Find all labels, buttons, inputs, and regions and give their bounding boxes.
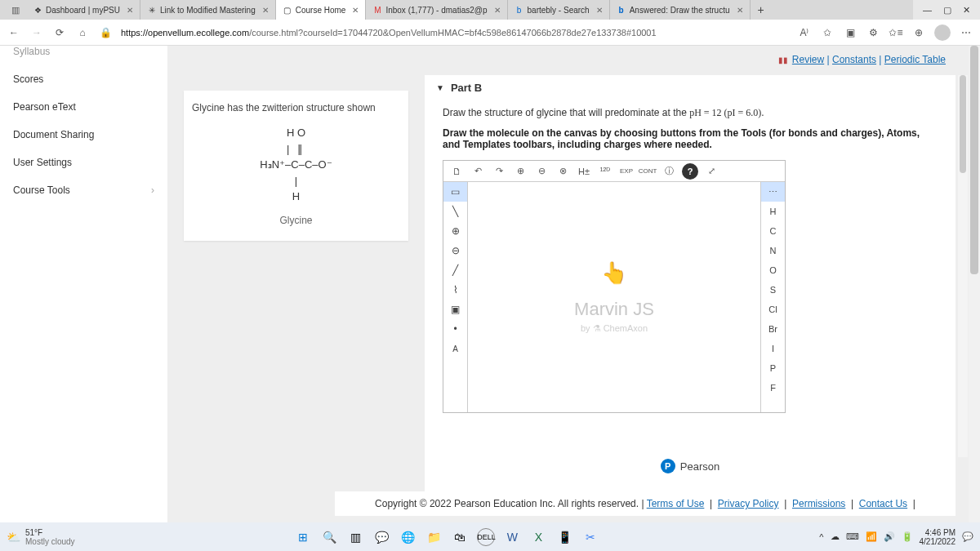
sidebar-item-coursetools[interactable]: Course Tools›	[0, 176, 167, 204]
lock-icon[interactable]: 🔒	[98, 27, 113, 38]
zoom-fit-icon[interactable]: ⊗	[555, 163, 571, 180]
tab-1[interactable]: ✳Link to Modified Mastering✕	[140, 0, 276, 20]
charge-minus-tool[interactable]: ⊖	[443, 241, 467, 260]
excel-icon[interactable]: X	[529, 528, 547, 546]
chain-tool[interactable]: ⌇	[443, 280, 467, 300]
tab-5[interactable]: bAnswered: Draw the structu✕	[610, 0, 751, 20]
settings-icon[interactable]: ⚙	[866, 27, 880, 38]
sidebar-item-docsharing[interactable]: Document Sharing	[0, 121, 167, 149]
more-icon[interactable]: ⋯	[959, 27, 973, 38]
explorer-icon[interactable]: 📁	[425, 528, 443, 546]
periodic-button[interactable]: ⋯	[761, 182, 785, 202]
refresh-button[interactable]: ⟳	[52, 27, 67, 38]
star-icon[interactable]: ✩	[820, 27, 835, 38]
inner-scrollbar[interactable]	[958, 75, 968, 457]
search-icon[interactable]: 🔍	[320, 528, 338, 546]
maximize-button[interactable]: ▢	[943, 5, 951, 16]
zoom-in-icon[interactable]: ⊕	[512, 163, 528, 180]
single-bond-tool[interactable]: ╱	[443, 260, 467, 280]
tab-0[interactable]: ❖Dashboard | myPSU✕	[26, 0, 140, 20]
wifi-icon[interactable]: 📶	[866, 531, 877, 542]
template-tool[interactable]: ▣	[443, 300, 467, 319]
start-button[interactable]: ⊞	[294, 528, 312, 546]
edge-icon[interactable]: 🌐	[399, 528, 416, 546]
radical-tool[interactable]: •	[443, 319, 467, 339]
tab-actions-icon[interactable]: ▥	[5, 0, 26, 20]
profile-avatar[interactable]	[934, 24, 951, 41]
part-b-header[interactable]: ▼ Part B	[425, 75, 956, 100]
exp-icon[interactable]: EXP	[618, 163, 635, 180]
new-icon[interactable]: 🗋	[448, 163, 465, 180]
close-window-button[interactable]: ✕	[963, 5, 970, 16]
forward-button[interactable]: →	[29, 27, 44, 38]
select-tool[interactable]: ▭	[443, 182, 467, 202]
sidebar-item-usersettings[interactable]: User Settings	[0, 149, 167, 176]
close-icon[interactable]: ✕	[262, 6, 269, 15]
atom-cl[interactable]: Cl	[761, 300, 785, 319]
favorites-icon[interactable]: ✩≡	[889, 27, 903, 38]
atom-br[interactable]: Br	[761, 319, 785, 339]
address-bar[interactable]: https://openvellum.ecollege.com/course.h…	[121, 28, 789, 38]
sidebar-item-scores[interactable]: Scores	[0, 65, 167, 93]
periodic-table-link[interactable]: Periodic Table	[884, 54, 946, 65]
atom-i[interactable]: I	[761, 339, 785, 358]
atom-label-tool[interactable]: A	[443, 339, 467, 358]
constants-link[interactable]: Constants	[832, 54, 876, 65]
close-icon[interactable]: ✕	[127, 6, 133, 15]
volume-icon[interactable]: 🔊	[884, 531, 895, 542]
zoom-out-icon[interactable]: ⊖	[533, 163, 550, 180]
chat-icon[interactable]: 💬	[372, 528, 390, 546]
tab-4[interactable]: bbartebly - Search✕	[508, 0, 610, 20]
close-icon[interactable]: ✕	[596, 6, 603, 15]
info-icon[interactable]: ⓘ	[661, 163, 677, 180]
extension-icon[interactable]: ▣	[843, 27, 858, 38]
onedrive-icon[interactable]: ☁	[831, 531, 840, 542]
2d-icon[interactable]: ¹²ᴰ	[597, 163, 613, 180]
sidebar-item-etext[interactable]: Pearson eText	[0, 93, 167, 121]
privacy-link[interactable]: Privacy Policy	[718, 498, 779, 509]
back-button[interactable]: ←	[7, 27, 21, 38]
permissions-link[interactable]: Permissions	[792, 498, 845, 509]
contact-link[interactable]: Contact Us	[859, 498, 907, 509]
collections-icon[interactable]: ⊕	[911, 27, 926, 38]
atom-s[interactable]: S	[761, 280, 785, 300]
notifications-icon[interactable]: 💬	[962, 531, 973, 542]
home-button[interactable]: ⌂	[75, 27, 90, 38]
charge-plus-tool[interactable]: ⊕	[443, 221, 467, 241]
calc-icon[interactable]: 📱	[555, 528, 573, 546]
close-icon[interactable]: ✕	[494, 6, 501, 15]
word-icon[interactable]: W	[503, 528, 521, 546]
close-icon[interactable]: ✕	[352, 6, 359, 15]
read-aloud-icon[interactable]: A⁾	[797, 27, 812, 38]
fullscreen-icon[interactable]: ⤢	[703, 163, 719, 180]
help-icon[interactable]: ?	[682, 163, 698, 180]
atom-f[interactable]: F	[761, 378, 785, 398]
page-scrollbar[interactable]	[969, 46, 980, 522]
sidebar-item-syllabus[interactable]: Syllabus	[0, 46, 167, 65]
atom-c[interactable]: C	[761, 221, 785, 241]
store-icon[interactable]: 🛍	[451, 528, 469, 546]
undo-icon[interactable]: ↶	[470, 163, 486, 180]
tray-chevron-icon[interactable]: ^	[819, 532, 823, 542]
weather-widget[interactable]: ⛅ 51°F Mostly cloudy	[7, 528, 75, 546]
dell-icon[interactable]: DELL	[477, 528, 495, 546]
bond-tool[interactable]: ╲	[443, 202, 467, 221]
review-link[interactable]: Review	[792, 54, 824, 65]
snip-icon[interactable]: ✂	[581, 528, 599, 546]
keyboard-icon[interactable]: ⌨	[846, 531, 859, 542]
atom-n[interactable]: N	[761, 241, 785, 260]
atom-h[interactable]: H	[761, 202, 785, 221]
terms-link[interactable]: Terms of Use	[647, 498, 705, 509]
cont-icon[interactable]: CONT	[639, 163, 656, 180]
battery-icon[interactable]: 🔋	[902, 531, 913, 542]
atom-o[interactable]: O	[761, 260, 785, 280]
tab-3[interactable]: MInbox (1,777) - dmatias2@p✕	[366, 0, 507, 20]
atom-p[interactable]: P	[761, 358, 785, 378]
new-tab-button[interactable]: +	[751, 0, 772, 20]
redo-icon[interactable]: ↷	[491, 163, 507, 180]
taskview-icon[interactable]: ▥	[346, 528, 364, 546]
tab-2[interactable]: ▢Course Home✕	[276, 0, 367, 20]
editor-canvas[interactable]: 👆 Marvin JS by ⚗ ChemAxon	[468, 182, 760, 412]
hydrogen-toggle-icon[interactable]: H±	[576, 163, 592, 180]
close-icon[interactable]: ✕	[737, 6, 743, 15]
